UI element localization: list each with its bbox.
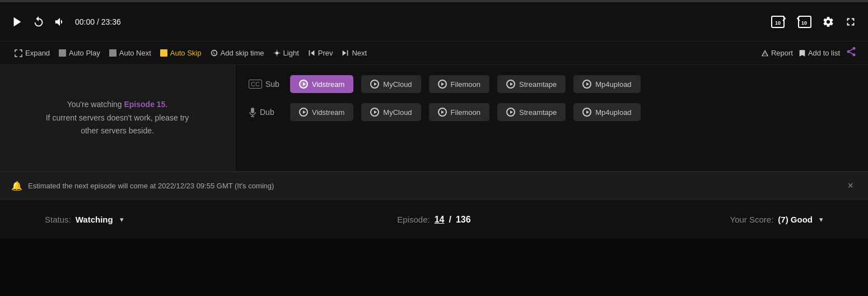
auto-play-icon <box>59 49 66 57</box>
filemoon-sub-label: Filemoon <box>451 80 480 89</box>
auto-next-label: Auto Next <box>119 49 151 57</box>
svg-line-18 <box>850 49 853 50</box>
mic-icon <box>249 107 256 117</box>
server-btn-mp4upload-sub[interactable]: Mp4upload <box>573 75 640 93</box>
volume-button[interactable] <box>54 16 66 28</box>
replay-button[interactable] <box>32 16 45 28</box>
server-btn-mp4upload-dub[interactable]: Mp4upload <box>573 103 640 121</box>
svg-marker-10 <box>311 50 315 56</box>
episode-separator-total: / <box>449 215 451 225</box>
sub-type-icon: CC <box>249 80 262 89</box>
streamtape-sub-label: Streamtape <box>519 80 557 89</box>
server-btn-streamtape-sub[interactable]: Streamtape <box>497 75 566 93</box>
sub-server-row: CC Sub Vidstream MyCloud Filemoon Stream… <box>249 75 855 93</box>
prev-button[interactable]: Prev <box>305 47 337 59</box>
share-button[interactable] <box>846 46 857 60</box>
status-section: Status: Watching ▾ <box>45 215 304 224</box>
filemoon-dub-play-icon <box>438 108 447 117</box>
score-label: Your Score: <box>730 215 774 224</box>
settings-button[interactable] <box>822 16 834 28</box>
episode-current: 14 <box>435 215 445 225</box>
servers-panel: CC Sub Vidstream MyCloud Filemoon Stream… <box>235 65 868 171</box>
score-dropdown-button[interactable]: ▾ <box>819 215 823 224</box>
sub-type-text: Sub <box>265 80 279 89</box>
vidstream-dub-play-icon <box>299 108 308 117</box>
secondary-controls-right: Report Add to list <box>761 46 857 60</box>
light-button[interactable]: Light <box>270 47 302 59</box>
light-label: Light <box>283 49 299 57</box>
status-value: Watching <box>76 215 113 224</box>
main-content: You're watching Episode 15. If current s… <box>0 65 868 172</box>
svg-point-15 <box>847 50 850 53</box>
vidstream-sub-label: Vidstream <box>312 80 344 89</box>
episode-name: Episode 15 <box>124 100 165 109</box>
svg-text:10: 10 <box>775 20 781 26</box>
dub-server-row: Dub Vidstream MyCloud Filemoon Streamtap… <box>249 103 855 121</box>
svg-marker-0 <box>14 17 21 26</box>
mycloud-dub-label: MyCloud <box>383 108 412 117</box>
episode-label: Episode: <box>397 215 430 224</box>
server-btn-vidstream-dub[interactable]: Vidstream <box>290 103 353 121</box>
expand-button[interactable]: Expand <box>11 47 53 59</box>
progress-bar-container[interactable] <box>0 0 868 2</box>
mycloud-sub-play-icon <box>370 80 379 89</box>
notification-bell-icon: 🔔 <box>11 181 22 191</box>
server-btn-filemoon-dub[interactable]: Filemoon <box>429 103 489 121</box>
mp4upload-dub-label: Mp4upload <box>595 108 631 117</box>
player-controls-right: 10 10 <box>771 14 857 30</box>
svg-line-17 <box>850 52 853 54</box>
streamtape-dub-label: Streamtape <box>519 108 557 117</box>
svg-point-5 <box>275 52 278 55</box>
play-button[interactable] <box>11 16 24 28</box>
server-btn-filemoon-sub[interactable]: Filemoon <box>429 75 489 93</box>
time-display: 00:00 / 23:36 <box>75 17 121 26</box>
notification-bar: 🔔 Estimated the next episode will come a… <box>0 172 868 200</box>
auto-skip-label: Auto Skip <box>170 49 202 57</box>
add-skip-time-button[interactable]: Add skip time <box>207 47 268 59</box>
filemoon-dub-label: Filemoon <box>451 108 480 117</box>
info-line3: other servers beside. <box>81 126 154 135</box>
mp4upload-sub-play-icon <box>582 80 591 89</box>
auto-skip-button[interactable]: Auto Skip <box>157 47 205 59</box>
server-btn-vidstream-sub[interactable]: Vidstream <box>290 75 353 93</box>
notification-close-button[interactable]: × <box>844 180 857 192</box>
auto-next-button[interactable]: Auto Next <box>106 47 155 59</box>
secondary-controls-row: Expand Auto Play Auto Next Auto Skip Add… <box>0 41 868 65</box>
status-bar: Status: Watching ▾ Episode: 14/136 Your … <box>0 200 868 239</box>
score-value: (7) Good <box>778 215 813 224</box>
add-to-list-label: Add to list <box>808 49 840 57</box>
add-to-list-button[interactable]: Add to list <box>799 49 840 57</box>
info-line2: If current servers doesn't work, please … <box>46 113 189 122</box>
info-panel: You're watching Episode 15. If current s… <box>0 65 235 171</box>
skip-forward-button[interactable]: 10 <box>771 14 786 30</box>
dub-type-text: Dub <box>260 108 274 117</box>
status-dropdown-button[interactable]: ▾ <box>120 215 124 224</box>
time-separator: / <box>97 17 99 26</box>
server-btn-streamtape-dub[interactable]: Streamtape <box>497 103 566 121</box>
streamtape-dub-play-icon <box>506 108 515 117</box>
skip-backward-button[interactable]: 10 <box>796 14 812 30</box>
sub-label: CC Sub <box>249 80 282 89</box>
auto-play-button[interactable]: Auto Play <box>55 47 104 59</box>
auto-play-label: Auto Play <box>69 49 100 57</box>
episode-section: Episode: 14/136 <box>304 215 563 225</box>
vidstream-sub-play-icon <box>299 80 308 89</box>
filemoon-sub-play-icon <box>438 80 447 89</box>
next-button[interactable]: Next <box>338 47 370 59</box>
svg-point-16 <box>853 53 856 56</box>
report-button[interactable]: Report <box>761 49 793 57</box>
prev-label: Prev <box>318 49 333 57</box>
auto-next-icon <box>109 49 116 57</box>
svg-rect-13 <box>347 50 348 56</box>
dub-label: Dub <box>249 107 282 117</box>
server-btn-mycloud-dub[interactable]: MyCloud <box>361 103 421 121</box>
server-btn-mycloud-sub[interactable]: MyCloud <box>361 75 421 93</box>
fullscreen-button[interactable] <box>844 16 857 28</box>
player-controls-left: 00:00 / 23:36 <box>11 16 771 28</box>
mp4upload-sub-label: Mp4upload <box>595 80 631 89</box>
mycloud-sub-label: MyCloud <box>383 80 412 89</box>
status-label: Status: <box>45 215 71 224</box>
mycloud-dub-play-icon <box>370 108 379 117</box>
vidstream-dub-label: Vidstream <box>312 108 344 117</box>
player-controls-row: 00:00 / 23:36 10 10 <box>0 2 868 41</box>
